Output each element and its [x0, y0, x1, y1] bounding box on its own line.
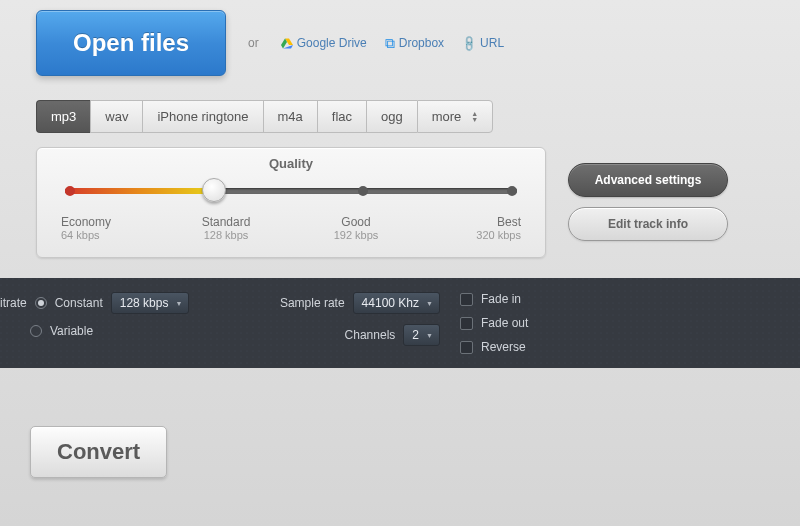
quality-label-standard: Standard 128 kbps — [191, 215, 261, 241]
format-tab-wav[interactable]: wav — [90, 100, 142, 133]
format-tab-m4a[interactable]: m4a — [263, 100, 317, 133]
quality-rate: 64 kbps — [61, 229, 131, 241]
quality-rate: 320 kbps — [451, 229, 521, 241]
quality-slider[interactable] — [65, 181, 517, 201]
url-link[interactable]: 🔗 URL — [462, 36, 504, 50]
sample-rate-select[interactable]: 44100 Khz — [353, 292, 440, 314]
quality-label-best: Best 320 kbps — [451, 215, 521, 241]
convert-button[interactable]: Convert — [30, 426, 167, 478]
bitrate-constant-label: Constant — [55, 296, 103, 310]
reverse-checkbox[interactable] — [460, 341, 473, 354]
quality-panel: Quality Economy 64 kbps Standard 128 kbp… — [36, 147, 546, 258]
bitrate-variable-radio[interactable] — [30, 325, 42, 337]
slider-fill — [65, 188, 214, 194]
or-label: or — [248, 36, 259, 50]
format-tab-flac[interactable]: flac — [317, 100, 366, 133]
slider-stop-economy[interactable] — [65, 186, 75, 196]
channels-select[interactable]: 2 — [403, 324, 440, 346]
slider-stop-best[interactable] — [507, 186, 517, 196]
fade-in-label: Fade in — [481, 292, 521, 306]
quality-rate: 192 kbps — [321, 229, 391, 241]
format-tab-ogg[interactable]: ogg — [366, 100, 417, 133]
quality-name: Economy — [61, 215, 111, 229]
advanced-settings-button[interactable]: Advanced settings — [568, 163, 728, 197]
bitrate-select[interactable]: 128 kbps — [111, 292, 190, 314]
bitrate-label: itrate — [0, 296, 27, 310]
quality-row: Quality Economy 64 kbps Standard 128 kbp… — [36, 147, 800, 258]
dropbox-icon: ⧉ — [385, 35, 395, 52]
open-files-button[interactable]: Open files — [36, 10, 226, 76]
format-tab-more[interactable]: more ▲▼ — [417, 100, 494, 133]
google-drive-icon — [281, 37, 293, 49]
quality-title: Quality — [61, 156, 521, 171]
slider-thumb[interactable] — [202, 178, 226, 202]
dropbox-link[interactable]: ⧉ Dropbox — [385, 35, 444, 52]
top-row: Open files or Google Drive ⧉ Dropbox 🔗 U… — [0, 0, 800, 86]
reverse-label: Reverse — [481, 340, 526, 354]
google-drive-link[interactable]: Google Drive — [281, 36, 367, 50]
fade-in-checkbox[interactable] — [460, 293, 473, 306]
quality-label-economy: Economy 64 kbps — [61, 215, 131, 241]
edit-track-info-button[interactable]: Edit track info — [568, 207, 728, 241]
bitrate-variable-label: Variable — [50, 324, 93, 338]
quality-name: Standard — [202, 215, 251, 229]
advanced-panel: itrate Constant 128 kbps Variable Sample… — [0, 278, 800, 368]
chevron-up-down-icon: ▲▼ — [471, 111, 478, 123]
fade-out-label: Fade out — [481, 316, 528, 330]
side-buttons: Advanced settings Edit track info — [568, 163, 728, 241]
google-drive-label: Google Drive — [297, 36, 367, 50]
quality-name: Good — [341, 215, 370, 229]
format-tab-iphone[interactable]: iPhone ringtone — [142, 100, 262, 133]
quality-labels: Economy 64 kbps Standard 128 kbps Good 1… — [61, 215, 521, 241]
quality-name: Best — [497, 215, 521, 229]
sample-rate-label: Sample rate — [280, 296, 345, 310]
fade-out-checkbox[interactable] — [460, 317, 473, 330]
link-icon: 🔗 — [460, 33, 479, 52]
channels-label: Channels — [345, 328, 396, 342]
format-tab-more-label: more — [432, 109, 462, 124]
url-label: URL — [480, 36, 504, 50]
quality-label-good: Good 192 kbps — [321, 215, 391, 241]
format-tab-mp3[interactable]: mp3 — [36, 100, 90, 133]
quality-rate: 128 kbps — [191, 229, 261, 241]
format-tabs: mp3 wav iPhone ringtone m4a flac ogg mor… — [36, 100, 536, 133]
cloud-links: Google Drive ⧉ Dropbox 🔗 URL — [281, 35, 504, 52]
convert-row: Convert — [30, 426, 800, 478]
dropbox-label: Dropbox — [399, 36, 444, 50]
bitrate-constant-radio[interactable] — [35, 297, 47, 309]
slider-stop-good[interactable] — [358, 186, 368, 196]
